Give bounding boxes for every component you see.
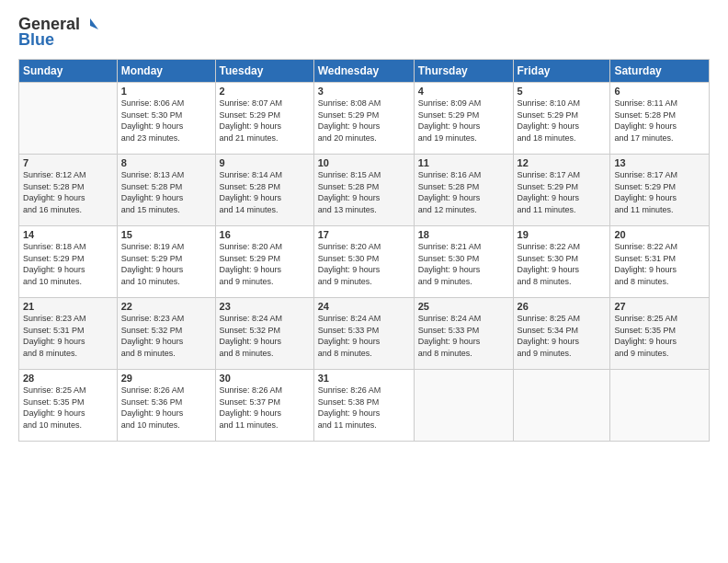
calendar-week-row: 28Sunrise: 8:25 AMSunset: 5:35 PMDayligh… [19,370,710,442]
day-number: 31 [318,373,410,384]
calendar-cell: 7Sunrise: 8:12 AMSunset: 5:28 PMDaylight… [19,155,118,226]
calendar-cell: 1Sunrise: 8:06 AMSunset: 5:30 PMDaylight… [117,83,215,155]
day-number: 1 [121,86,211,97]
day-info: Sunrise: 8:20 AMSunset: 5:29 PMDaylight:… [220,241,310,287]
day-number: 7 [23,157,113,168]
day-info: Sunrise: 8:25 AMSunset: 5:35 PMDaylight:… [23,385,113,431]
day-info: Sunrise: 8:20 AMSunset: 5:30 PMDaylight:… [318,241,410,287]
day-number: 15 [121,229,211,240]
day-info: Sunrise: 8:18 AMSunset: 5:29 PMDaylight:… [23,241,113,287]
day-info: Sunrise: 8:25 AMSunset: 5:34 PMDaylight:… [518,313,607,359]
day-number: 3 [318,86,410,97]
day-info: Sunrise: 8:19 AMSunset: 5:29 PMDaylight:… [121,241,211,287]
day-info: Sunrise: 8:15 AMSunset: 5:28 PMDaylight:… [318,169,410,215]
day-number: 17 [318,229,410,240]
calendar-cell: 19Sunrise: 8:22 AMSunset: 5:30 PMDayligh… [513,226,610,298]
calendar-header-tuesday: Tuesday [215,60,313,83]
day-info: Sunrise: 8:07 AMSunset: 5:29 PMDaylight:… [220,98,310,144]
day-number: 23 [220,301,310,312]
day-info: Sunrise: 8:14 AMSunset: 5:28 PMDaylight:… [220,169,310,215]
calendar-cell: 3Sunrise: 8:08 AMSunset: 5:29 PMDaylight… [313,83,414,155]
calendar-cell: 22Sunrise: 8:23 AMSunset: 5:32 PMDayligh… [117,298,215,370]
day-info: Sunrise: 8:17 AMSunset: 5:29 PMDaylight:… [614,169,705,215]
day-number: 10 [318,157,410,168]
day-number: 25 [418,301,509,312]
calendar-header-saturday: Saturday [610,60,710,83]
calendar-cell [610,370,710,442]
day-number: 14 [23,229,113,240]
day-number: 27 [614,301,705,312]
calendar-cell: 13Sunrise: 8:17 AMSunset: 5:29 PMDayligh… [610,155,710,226]
day-info: Sunrise: 8:24 AMSunset: 5:33 PMDaylight:… [418,313,509,359]
page: General Blue SundayMondayTuesdayWednesda… [0,0,728,563]
day-info: Sunrise: 8:24 AMSunset: 5:33 PMDaylight:… [318,313,410,359]
calendar-cell: 12Sunrise: 8:17 AMSunset: 5:29 PMDayligh… [513,155,610,226]
calendar-header-monday: Monday [117,60,215,83]
day-number: 13 [614,157,705,168]
calendar-header-sunday: Sunday [19,60,118,83]
day-info: Sunrise: 8:12 AMSunset: 5:28 PMDaylight:… [23,169,113,215]
calendar-week-row: 14Sunrise: 8:18 AMSunset: 5:29 PMDayligh… [19,226,710,298]
calendar-cell: 10Sunrise: 8:15 AMSunset: 5:28 PMDayligh… [313,155,414,226]
day-info: Sunrise: 8:23 AMSunset: 5:31 PMDaylight:… [23,313,113,359]
calendar-cell [414,370,513,442]
calendar-cell: 17Sunrise: 8:20 AMSunset: 5:30 PMDayligh… [313,226,414,298]
calendar-cell: 5Sunrise: 8:10 AMSunset: 5:29 PMDaylight… [513,83,610,155]
calendar-cell: 15Sunrise: 8:19 AMSunset: 5:29 PMDayligh… [117,226,215,298]
calendar-cell: 20Sunrise: 8:22 AMSunset: 5:31 PMDayligh… [610,226,710,298]
day-info: Sunrise: 8:16 AMSunset: 5:28 PMDaylight:… [418,169,509,215]
day-info: Sunrise: 8:26 AMSunset: 5:36 PMDaylight:… [121,385,211,431]
day-info: Sunrise: 8:22 AMSunset: 5:30 PMDaylight:… [518,241,607,287]
day-number: 5 [518,86,607,97]
calendar-cell: 14Sunrise: 8:18 AMSunset: 5:29 PMDayligh… [19,226,118,298]
calendar-week-row: 21Sunrise: 8:23 AMSunset: 5:31 PMDayligh… [19,298,710,370]
calendar-cell: 6Sunrise: 8:11 AMSunset: 5:28 PMDaylight… [610,83,710,155]
calendar-week-row: 7Sunrise: 8:12 AMSunset: 5:28 PMDaylight… [19,155,710,226]
day-info: Sunrise: 8:26 AMSunset: 5:37 PMDaylight:… [220,385,310,431]
calendar-header-wednesday: Wednesday [313,60,414,83]
header: General Blue [18,15,710,50]
calendar-cell: 18Sunrise: 8:21 AMSunset: 5:30 PMDayligh… [414,226,513,298]
calendar-cell: 4Sunrise: 8:09 AMSunset: 5:29 PMDaylight… [414,83,513,155]
svg-marker-0 [90,18,98,29]
day-number: 16 [220,229,310,240]
calendar-cell: 8Sunrise: 8:13 AMSunset: 5:28 PMDaylight… [117,155,215,226]
logo-bird-icon [82,17,98,33]
calendar-cell: 30Sunrise: 8:26 AMSunset: 5:37 PMDayligh… [215,370,313,442]
day-number: 21 [23,301,113,312]
calendar-cell: 31Sunrise: 8:26 AMSunset: 5:38 PMDayligh… [313,370,414,442]
day-info: Sunrise: 8:13 AMSunset: 5:28 PMDaylight:… [121,169,211,215]
calendar-cell: 9Sunrise: 8:14 AMSunset: 5:28 PMDaylight… [215,155,313,226]
logo-blue: Blue [18,30,54,50]
calendar-cell: 29Sunrise: 8:26 AMSunset: 5:36 PMDayligh… [117,370,215,442]
calendar-cell: 21Sunrise: 8:23 AMSunset: 5:31 PMDayligh… [19,298,118,370]
day-number: 30 [220,373,310,384]
day-number: 4 [418,86,509,97]
day-info: Sunrise: 8:17 AMSunset: 5:29 PMDaylight:… [518,169,607,215]
day-info: Sunrise: 8:22 AMSunset: 5:31 PMDaylight:… [614,241,705,287]
day-info: Sunrise: 8:26 AMSunset: 5:38 PMDaylight:… [318,385,410,431]
logo: General Blue [18,15,98,50]
calendar-table: SundayMondayTuesdayWednesdayThursdayFrid… [18,59,710,442]
day-info: Sunrise: 8:23 AMSunset: 5:32 PMDaylight:… [121,313,211,359]
day-info: Sunrise: 8:09 AMSunset: 5:29 PMDaylight:… [418,98,509,144]
day-number: 2 [220,86,310,97]
day-info: Sunrise: 8:25 AMSunset: 5:35 PMDaylight:… [614,313,705,359]
calendar-cell: 26Sunrise: 8:25 AMSunset: 5:34 PMDayligh… [513,298,610,370]
calendar-cell: 2Sunrise: 8:07 AMSunset: 5:29 PMDaylight… [215,83,313,155]
calendar-week-row: 1Sunrise: 8:06 AMSunset: 5:30 PMDaylight… [19,83,710,155]
day-info: Sunrise: 8:10 AMSunset: 5:29 PMDaylight:… [518,98,607,144]
calendar-header-thursday: Thursday [414,60,513,83]
day-info: Sunrise: 8:21 AMSunset: 5:30 PMDaylight:… [418,241,509,287]
day-info: Sunrise: 8:08 AMSunset: 5:29 PMDaylight:… [318,98,410,144]
day-number: 18 [418,229,509,240]
calendar-cell: 16Sunrise: 8:20 AMSunset: 5:29 PMDayligh… [215,226,313,298]
calendar-cell: 28Sunrise: 8:25 AMSunset: 5:35 PMDayligh… [19,370,118,442]
calendar-cell [513,370,610,442]
day-number: 19 [518,229,607,240]
day-number: 29 [121,373,211,384]
calendar-cell: 24Sunrise: 8:24 AMSunset: 5:33 PMDayligh… [313,298,414,370]
day-number: 9 [220,157,310,168]
day-info: Sunrise: 8:11 AMSunset: 5:28 PMDaylight:… [614,98,705,144]
calendar-cell: 25Sunrise: 8:24 AMSunset: 5:33 PMDayligh… [414,298,513,370]
